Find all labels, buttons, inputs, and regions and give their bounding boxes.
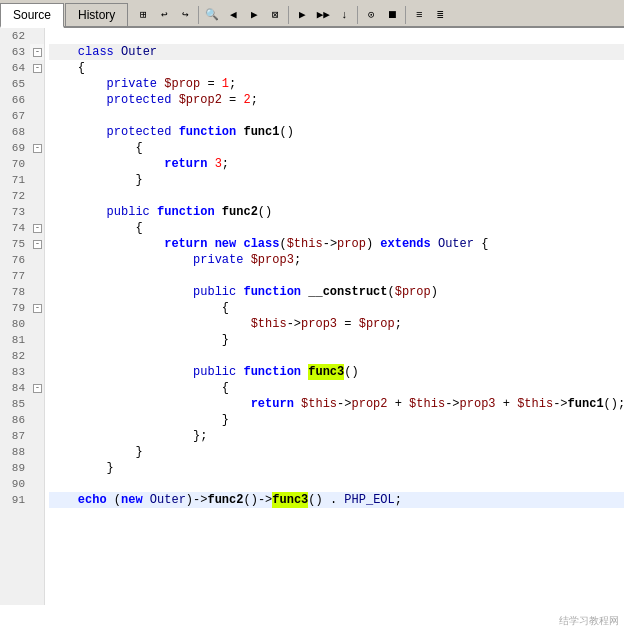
token: extends <box>380 236 430 252</box>
line-number: 86 <box>0 412 30 428</box>
fold-icon[interactable]: - <box>33 144 42 153</box>
line-number: 91 <box>0 492 30 508</box>
token: { <box>222 380 229 396</box>
token: $prop <box>164 76 200 92</box>
line-number: 75 <box>0 236 30 252</box>
indent <box>49 380 222 396</box>
line-number: 79 <box>0 300 30 316</box>
token: $this <box>409 396 445 412</box>
fold-icon[interactable]: - <box>33 384 42 393</box>
gutter-row: 75- <box>0 236 44 252</box>
code-editor[interactable]: 6263-64-6566676869-7071727374-75-7677787… <box>0 28 624 605</box>
toolbar-redo-btn[interactable]: ↪ <box>175 5 195 25</box>
toolbar-run-btn[interactable]: ▶ <box>292 5 312 25</box>
fold-icon[interactable]: - <box>33 48 42 57</box>
token: 1 <box>222 76 229 92</box>
token: 2 <box>243 92 250 108</box>
line-number: 89 <box>0 460 30 476</box>
token: prop <box>337 236 366 252</box>
fold-column <box>30 348 45 364</box>
toolbar-undo-btn[interactable]: ↩ <box>154 5 174 25</box>
indent <box>49 44 78 60</box>
token: Outer <box>438 236 474 252</box>
toolbar-prev-btn[interactable]: ◀ <box>223 5 243 25</box>
token: Outer <box>121 44 157 60</box>
fold-column <box>30 156 45 172</box>
toolbar-copy-btn[interactable]: ⊞ <box>133 5 153 25</box>
code-line: public function __construct($prop) <box>49 284 624 300</box>
token: { <box>135 140 142 156</box>
token: $prop <box>395 284 431 300</box>
code-line: { <box>49 300 624 316</box>
token: ( <box>107 492 121 508</box>
tab-source[interactable]: Source <box>0 3 64 28</box>
token: $prop2 <box>179 92 222 108</box>
code-line <box>49 476 624 492</box>
token: () . <box>308 492 344 508</box>
token: -> <box>287 316 301 332</box>
toolbar-more-btn[interactable]: ≡ <box>409 5 429 25</box>
token: public <box>193 364 236 380</box>
token: new <box>215 236 237 252</box>
token: ) <box>366 236 380 252</box>
gutter-row: 69- <box>0 140 44 156</box>
token: class <box>78 44 114 60</box>
token: $this <box>301 396 337 412</box>
token: } <box>222 412 229 428</box>
token <box>236 364 243 380</box>
toolbar-more2-btn[interactable]: ≣ <box>430 5 450 25</box>
gutter-row: 80 <box>0 316 44 332</box>
toolbar-debug-btn[interactable]: ▶▶ <box>313 5 333 25</box>
toolbar-step-btn[interactable]: ↓ <box>334 5 354 25</box>
indent <box>49 252 193 268</box>
toolbar-next-btn[interactable]: ▶ <box>244 5 264 25</box>
token: -> <box>337 396 351 412</box>
code-line: return 3; <box>49 156 624 172</box>
toolbar-bp-btn[interactable]: ⊙ <box>361 5 381 25</box>
token: ; <box>229 76 236 92</box>
fold-column: - <box>30 60 45 76</box>
code-content[interactable]: class Outer { private $prop = 1; protect… <box>45 28 624 605</box>
tab-history[interactable]: History <box>65 3 128 26</box>
token: ; <box>395 492 402 508</box>
toolbar-search-btn[interactable]: 🔍 <box>202 5 222 25</box>
code-line: protected function func1() <box>49 124 624 140</box>
toolbar-sep4 <box>405 6 406 24</box>
code-line <box>49 108 624 124</box>
token: } <box>135 172 142 188</box>
code-line: public function func3() <box>49 364 624 380</box>
fold-icon[interactable]: - <box>33 64 42 73</box>
token: -> <box>445 396 459 412</box>
token: private <box>107 76 157 92</box>
fold-column <box>30 428 45 444</box>
fold-icon[interactable]: - <box>33 304 42 313</box>
fold-column <box>30 92 45 108</box>
line-number: 84 <box>0 380 30 396</box>
line-number: 83 <box>0 364 30 380</box>
token: -> <box>553 396 567 412</box>
token: { <box>135 220 142 236</box>
gutter-row: 82 <box>0 348 44 364</box>
code-line: return $this->prop2 + $this->prop3 + $th… <box>49 396 624 412</box>
code-line: { <box>49 60 624 76</box>
line-number: 85 <box>0 396 30 412</box>
indent <box>49 220 135 236</box>
line-number: 62 <box>0 28 30 44</box>
watermark: 结学习教程网 <box>559 614 619 628</box>
code-line <box>49 188 624 204</box>
token <box>207 236 214 252</box>
token: $prop3 <box>251 252 294 268</box>
fold-icon[interactable]: - <box>33 240 42 249</box>
fold-column <box>30 476 45 492</box>
toolbar-stop-btn[interactable]: ⏹ <box>382 5 402 25</box>
gutter-row: 88 <box>0 444 44 460</box>
gutter-row: 91 <box>0 492 44 508</box>
gutter-row: 67 <box>0 108 44 124</box>
fold-icon[interactable]: - <box>33 224 42 233</box>
line-number: 68 <box>0 124 30 140</box>
fold-column: - <box>30 300 45 316</box>
line-number: 66 <box>0 92 30 108</box>
fold-column: - <box>30 380 45 396</box>
fold-column <box>30 412 45 428</box>
toolbar-find-btn[interactable]: ⊠ <box>265 5 285 25</box>
